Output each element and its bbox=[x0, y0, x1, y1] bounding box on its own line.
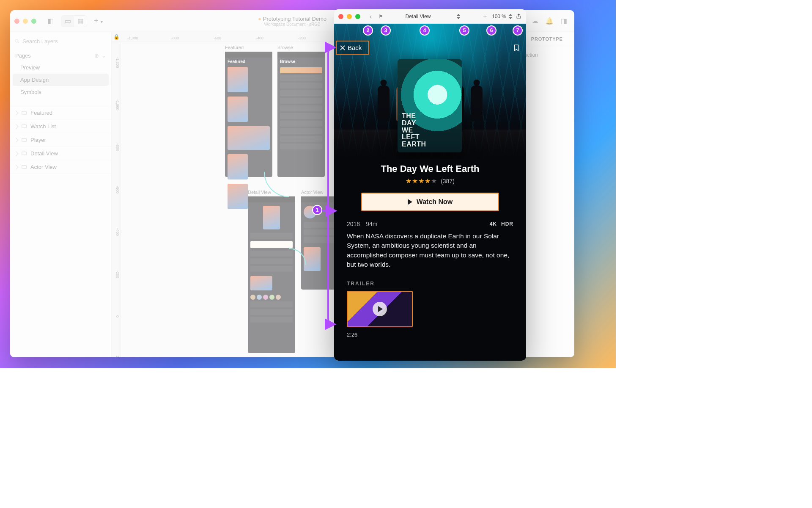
review-count: (387) bbox=[441, 178, 455, 185]
stepper-icon bbox=[509, 14, 512, 19]
tb-icon-bell[interactable]: 🔔 bbox=[543, 16, 556, 27]
sidebar-toggle-icon[interactable]: ◧ bbox=[44, 16, 57, 27]
pages-header: Pages ⊕⌄ bbox=[10, 50, 111, 61]
artboard-browse[interactable]: Browse Browse bbox=[277, 52, 325, 177]
specs-row: 2018 94m 4K HDR bbox=[334, 211, 526, 230]
page-preview[interactable]: Preview bbox=[13, 61, 109, 74]
zoom-window-icon[interactable] bbox=[31, 19, 36, 24]
pages-chevron-icon[interactable]: ⌄ bbox=[102, 52, 106, 59]
share-icon[interactable] bbox=[516, 13, 522, 19]
search-icon bbox=[14, 39, 20, 44]
canvas-view-grid-icon[interactable]: ▦ bbox=[74, 16, 87, 27]
badge-4k: 4K bbox=[490, 221, 497, 227]
preview-toolbar: ‹ ⚑ Detail View → 100 % bbox=[334, 9, 526, 24]
page-app-design[interactable]: App Design bbox=[13, 74, 109, 86]
movie-title: The Day We Left Earth bbox=[381, 163, 479, 174]
layer-player[interactable]: Player bbox=[10, 133, 111, 147]
insert-button[interactable]: + ▾ bbox=[94, 17, 103, 25]
svg-rect-3 bbox=[22, 124, 27, 127]
movie-description: When NASA discovers a duplicate Earth in… bbox=[334, 230, 526, 270]
artboard-icon bbox=[21, 151, 27, 157]
runtime: 94m bbox=[366, 221, 377, 227]
layer-actor-view[interactable]: Actor View bbox=[10, 160, 111, 174]
artboard-label: Detail View bbox=[248, 190, 271, 195]
canvas-view-segmented[interactable]: ▭ ▦ bbox=[61, 15, 87, 27]
tab-prototype[interactable]: PROTOTYPE bbox=[531, 36, 563, 41]
artboard-icon bbox=[21, 137, 27, 143]
stepper-icon bbox=[457, 14, 460, 19]
canvas-view-single-icon[interactable]: ▭ bbox=[61, 16, 74, 27]
artboard-section-header: Featured bbox=[225, 58, 272, 66]
svg-point-0 bbox=[15, 39, 18, 42]
minimize-window-icon[interactable] bbox=[347, 14, 352, 19]
page-symbols[interactable]: Symbols bbox=[13, 86, 109, 98]
document-title: ●Prototyping Tutorial Demo Workspace Doc… bbox=[258, 16, 326, 27]
poster-title: THE DAY WE LEFT EARTH bbox=[402, 113, 426, 148]
flag-icon[interactable]: ⚑ bbox=[377, 14, 384, 19]
minimize-window-icon[interactable] bbox=[23, 19, 28, 24]
step-bubble-5: 5 bbox=[459, 25, 469, 36]
search-layers-input[interactable]: Search Layers bbox=[14, 35, 107, 47]
trailer-header: TRAILER bbox=[334, 270, 526, 287]
artboard-label: Browse bbox=[277, 45, 293, 50]
tb-icon-cloud[interactable]: ☁ bbox=[529, 16, 541, 27]
svg-line-1 bbox=[18, 42, 19, 43]
zoom-control[interactable]: 100 % bbox=[492, 14, 512, 19]
svg-rect-2 bbox=[22, 111, 27, 114]
layer-featured[interactable]: Featured bbox=[10, 106, 111, 120]
svg-rect-6 bbox=[22, 165, 27, 168]
layer-detail-view[interactable]: Detail View bbox=[10, 147, 111, 160]
artboard-label: Featured bbox=[225, 45, 244, 50]
artboard-icon bbox=[21, 164, 27, 170]
year: 2018 bbox=[347, 221, 360, 227]
layers-panel: Search Layers Pages ⊕⌄ Preview App Desig… bbox=[10, 32, 112, 357]
rating: ★★★★★ (387) bbox=[406, 177, 455, 185]
close-window-icon[interactable] bbox=[14, 19, 19, 24]
artboard-icon bbox=[21, 124, 27, 130]
hero: Back THE DAY WE LEFT EARTH bbox=[334, 24, 526, 159]
artboard-dropdown[interactable]: Detail View bbox=[401, 13, 464, 20]
artboard-section-header: Browse bbox=[277, 58, 325, 66]
inspector-toggle-icon[interactable]: ◨ bbox=[557, 16, 570, 27]
play-icon bbox=[408, 199, 412, 205]
step-bubble-2: 2 bbox=[363, 25, 373, 36]
step-bubble-1: 1 bbox=[312, 205, 322, 215]
stars-icon: ★★★★★ bbox=[406, 177, 437, 185]
step-bubble-3: 3 bbox=[381, 25, 391, 36]
artboard-icon bbox=[21, 110, 27, 116]
svg-rect-5 bbox=[22, 152, 27, 155]
app-preview: Back THE DAY WE LEFT EARTH bbox=[334, 24, 526, 361]
step-bubble-7: 7 bbox=[513, 25, 523, 36]
nav-forward-icon[interactable]: → bbox=[482, 14, 488, 19]
nav-back-icon[interactable]: ‹ bbox=[367, 14, 374, 19]
back-button[interactable]: Back bbox=[336, 41, 369, 55]
artboard-label: Actor View bbox=[301, 190, 323, 195]
bookmark-button[interactable] bbox=[513, 43, 520, 54]
badge-hdr: HDR bbox=[501, 221, 513, 227]
window-traffic-lights[interactable] bbox=[14, 19, 36, 24]
movie-poster: THE DAY WE LEFT EARTH bbox=[398, 59, 462, 152]
preview-window: ‹ ⚑ Detail View → 100 % bbox=[334, 9, 526, 361]
preview-traffic-lights[interactable] bbox=[338, 14, 360, 19]
svg-rect-4 bbox=[22, 138, 27, 141]
step-bubble-4: 4 bbox=[420, 25, 430, 36]
step-bubble-6: 6 bbox=[486, 25, 497, 36]
play-icon bbox=[373, 302, 387, 316]
close-window-icon[interactable] bbox=[338, 14, 343, 19]
watch-now-button[interactable]: Watch Now bbox=[361, 193, 499, 211]
lock-icon[interactable]: 🔒 bbox=[113, 34, 120, 40]
artboard-detail-view[interactable]: Detail View bbox=[248, 196, 295, 353]
artboard-featured[interactable]: Featured Featured bbox=[225, 52, 272, 177]
trailer-duration: 2:26 bbox=[347, 331, 413, 338]
layer-watch-list[interactable]: Watch List bbox=[10, 120, 111, 133]
zoom-window-icon[interactable] bbox=[355, 14, 360, 19]
add-page-icon[interactable]: ⊕ bbox=[94, 52, 99, 59]
close-icon bbox=[339, 44, 346, 51]
ruler-vertical: -1,200-1,000-800-600-400-200020040060080… bbox=[112, 41, 121, 357]
trailer-thumbnail[interactable] bbox=[347, 291, 413, 327]
bookmark-icon bbox=[513, 43, 520, 52]
